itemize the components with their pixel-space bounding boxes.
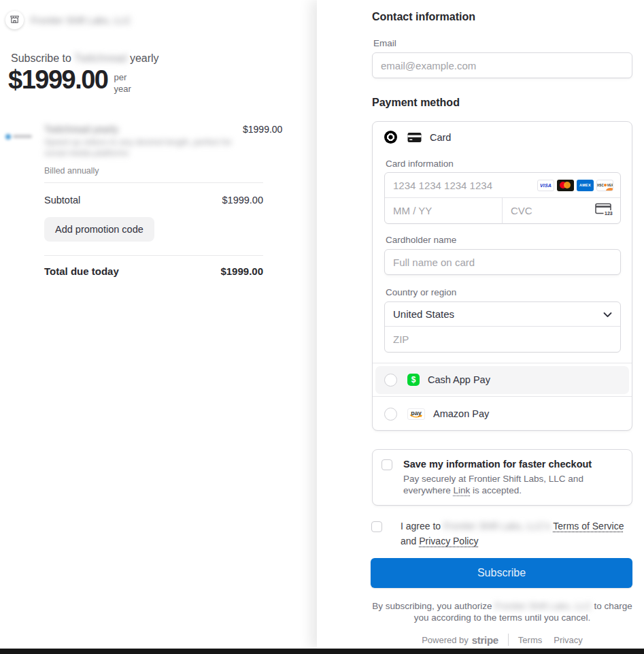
- card-fields-group: VISA AMEX DISCVER: [384, 172, 621, 224]
- product-name-redacted: Twitchread: [74, 52, 126, 64]
- link-link[interactable]: Link: [454, 485, 471, 495]
- cashapp-radio[interactable]: [384, 374, 397, 387]
- privacy-policy-link[interactable]: Privacy Policy: [419, 536, 478, 546]
- terms-agree-checkbox[interactable]: [371, 521, 382, 532]
- save-info-checkbox[interactable]: [382, 459, 392, 470]
- visa-icon: VISA: [537, 180, 554, 191]
- country-select[interactable]: United States: [385, 302, 620, 327]
- country-zip-group: United States: [384, 301, 621, 353]
- terms-agree-row: I agree to Frontier Shift Labs, LLC's Te…: [372, 519, 632, 549]
- terms-agree-text: I agree to Frontier Shift Labs, LLC's Te…: [401, 519, 628, 549]
- terms-of-service-link[interactable]: Terms of Service: [553, 521, 624, 532]
- subtotal-row: Subtotal $1999.00: [44, 195, 263, 206]
- subscribe-line: Subscribe to Twitchread yearly: [11, 52, 159, 65]
- save-info-title: Save my information for faster checkout: [403, 459, 592, 470]
- email-label: Email: [373, 38, 634, 48]
- total-label: Total due today: [44, 265, 119, 277]
- contact-information-heading: Contact information: [372, 11, 632, 23]
- total-amount: $1999.00: [220, 265, 263, 277]
- amex-icon: AMEX: [577, 180, 594, 191]
- line-item-details: Twitchread yearly Speed up videos to any…: [44, 124, 243, 176]
- card-information-label: Card information: [386, 159, 454, 169]
- cvc-card-icon: 123: [595, 203, 613, 219]
- price-block: $1999.00 per year: [8, 65, 131, 95]
- cardholder-name-label: Cardholder name: [386, 235, 456, 245]
- payment-method-heading: Payment method: [372, 97, 632, 109]
- card-number-input[interactable]: [385, 173, 537, 197]
- cvc-input[interactable]: [503, 198, 595, 223]
- subscribe-button[interactable]: Subscribe: [371, 558, 632, 588]
- checkout-footer: Powered by stripe Terms Privacy: [372, 634, 632, 646]
- total-price: $1999.00: [8, 65, 108, 95]
- card-icon: [407, 132, 422, 143]
- merchant-name: Frontier Shift Labs, LLC: [31, 15, 131, 26]
- payment-option-card[interactable]: Card: [384, 131, 451, 144]
- card-option-label: Card: [430, 132, 451, 143]
- cashapp-option-label: Cash App Pay: [428, 374, 490, 385]
- mastercard-icon: [557, 180, 574, 191]
- country-label: Country or region: [386, 287, 456, 297]
- payment-option-amazon[interactable]: pay Amazon Pay: [384, 397, 632, 431]
- cardholder-name-input[interactable]: [384, 249, 621, 275]
- footer-privacy-link[interactable]: Privacy: [554, 635, 583, 645]
- save-info-box: Save my information for faster checkout …: [372, 449, 632, 506]
- storefront-icon: [10, 14, 20, 27]
- subtotal-label: Subtotal: [44, 195, 80, 206]
- payment-option-cashapp[interactable]: $ Cash App Pay: [384, 363, 632, 396]
- merchant-name-redacted: Frontier Shift Labs, LLC: [494, 601, 592, 611]
- country-selected-value: United States: [393, 308, 454, 320]
- merchant-name-redacted: Frontier Shift Labs, LLC's: [443, 521, 553, 532]
- summary-divider: [44, 182, 263, 183]
- zip-input[interactable]: [385, 327, 620, 352]
- billing-interval: per year: [114, 71, 131, 95]
- powered-by-label: Powered by: [422, 635, 469, 645]
- line-item-description: Speed up videos to any desired length, p…: [44, 137, 243, 159]
- payment-method-container: Card Card information VISA AMEX DISCVER: [372, 121, 632, 431]
- expiry-cvc-row: 123: [385, 198, 620, 223]
- footer-terms-link[interactable]: Terms: [518, 635, 542, 645]
- amazon-radio[interactable]: [384, 408, 397, 421]
- discover-icon: DISCVER: [596, 180, 613, 191]
- expiry-input[interactable]: [385, 198, 502, 223]
- amazon-option-label: Amazon Pay: [433, 408, 489, 419]
- checkout-form-panel: Contact information Email Payment method: [317, 0, 644, 649]
- back-button[interactable]: [5, 11, 24, 29]
- add-promotion-code-button[interactable]: Add promotion code: [44, 217, 154, 242]
- bottom-black-bar: [0, 649, 644, 654]
- line-item-billing: Billed annually: [44, 166, 243, 176]
- merchant-header: Frontier Shift Labs, LLC: [5, 11, 131, 29]
- svg-text:123: 123: [605, 210, 613, 215]
- cash-app-icon: $: [407, 374, 420, 386]
- stripe-logo[interactable]: stripe: [472, 634, 498, 646]
- amazon-pay-icon: pay: [407, 408, 425, 420]
- summary-divider: [44, 255, 263, 256]
- chevron-down-icon: [603, 308, 612, 321]
- card-radio-selected[interactable]: [384, 131, 397, 144]
- save-info-description: Pay securely at Frontier Shift Labs, LLC…: [403, 474, 622, 496]
- line-item-amount: $1999.00: [243, 124, 282, 176]
- footer-divider: [508, 634, 509, 646]
- stripe-checkout-page: Frontier Shift Labs, LLC Subscribe to Tw…: [0, 0, 644, 654]
- subtotal-amount: $1999.00: [222, 195, 263, 206]
- line-item: Twitchread yearly Speed up videos to any…: [5, 124, 263, 176]
- card-number-row: VISA AMEX DISCVER: [385, 173, 620, 198]
- order-summary-panel: Frontier Shift Labs, LLC Subscribe to Tw…: [0, 0, 317, 649]
- card-brand-icons: VISA AMEX DISCVER: [537, 180, 613, 191]
- email-input[interactable]: [372, 52, 632, 78]
- total-row: Total due today $1999.00: [44, 265, 263, 277]
- authorization-text: By subscribing, you authorize Frontier S…: [372, 600, 632, 623]
- line-item-name: Twitchread yearly: [44, 124, 243, 135]
- product-logo: [5, 133, 33, 140]
